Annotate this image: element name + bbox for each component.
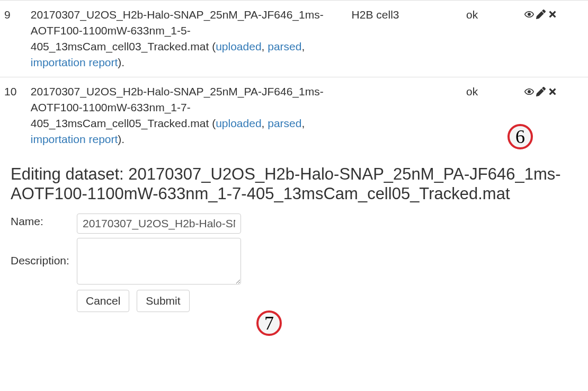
editing-heading-prefix: Editing dataset:	[11, 165, 128, 183]
close-icon[interactable]	[548, 85, 557, 101]
close-icon[interactable]	[548, 7, 557, 23]
pencil-icon[interactable]	[536, 7, 546, 23]
submit-button[interactable]: Submit	[137, 290, 189, 312]
callout-7: 7	[256, 310, 282, 336]
row-index: 10	[0, 77, 26, 154]
row-actions	[519, 1, 588, 77]
pencil-icon[interactable]	[536, 85, 546, 101]
description-label: Description:	[11, 253, 77, 269]
eye-icon[interactable]	[524, 85, 534, 101]
row-filename-cell: 20170307_U2OS_H2b-Halo-SNAP_25nM_PA-JF64…	[26, 1, 348, 77]
uploaded-link[interactable]: uploaded	[216, 117, 261, 129]
uploaded-link[interactable]: uploaded	[216, 40, 261, 52]
editing-heading: Editing dataset: 20170307_U2OS_H2b-Halo-…	[11, 164, 588, 203]
parsed-link[interactable]: parsed	[268, 117, 301, 129]
name-input[interactable]	[77, 214, 241, 234]
callout-6: 6	[507, 124, 533, 149]
row-cell	[348, 77, 462, 154]
importation-report-link[interactable]: importation report	[31, 133, 118, 145]
description-input[interactable]	[77, 238, 241, 285]
table-row: 1020170307_U2OS_H2b-Halo-SNAP_25nM_PA-JF…	[0, 77, 588, 154]
name-label: Name:	[11, 214, 77, 229]
row-filename-cell: 20170307_U2OS_H2b-Halo-SNAP_25nM_PA-JF64…	[26, 77, 348, 154]
parsed-link[interactable]: parsed	[268, 40, 301, 52]
eye-icon[interactable]	[524, 7, 534, 23]
importation-report-link[interactable]: importation report	[31, 56, 118, 68]
cancel-button[interactable]: Cancel	[77, 290, 129, 312]
row-cell: H2B cell3	[348, 1, 462, 77]
dataset-table: 920170307_U2OS_H2b-Halo-SNAP_25nM_PA-JF6…	[0, 0, 588, 154]
row-index: 9	[0, 1, 26, 77]
row-status: ok	[462, 1, 519, 77]
table-row: 920170307_U2OS_H2b-Halo-SNAP_25nM_PA-JF6…	[0, 1, 588, 77]
